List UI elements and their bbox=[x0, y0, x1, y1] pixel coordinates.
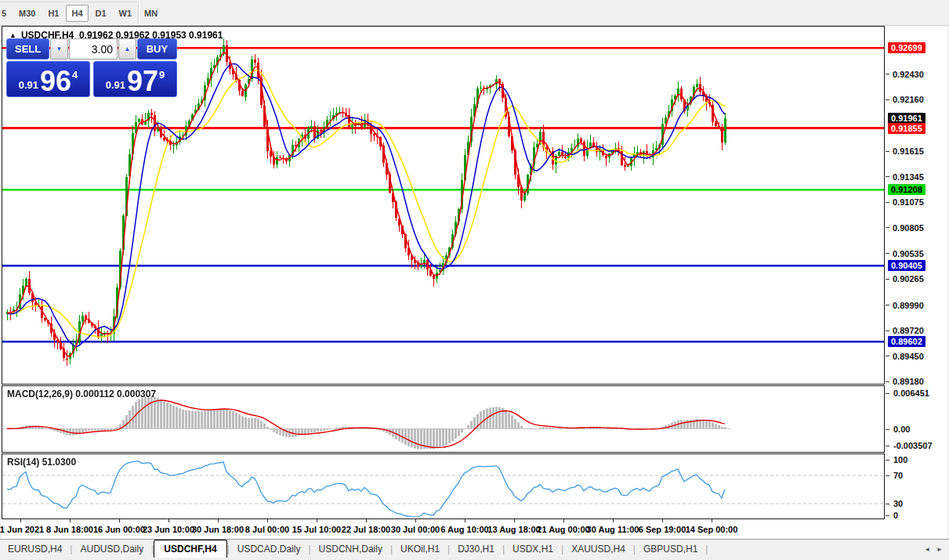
price-tick-label: 0.92160 bbox=[893, 95, 924, 104]
price-tick-mark bbox=[886, 99, 889, 100]
time-tick-label: 21 Aug 00:00 bbox=[537, 525, 589, 534]
tab-separator: | bbox=[705, 544, 708, 558]
time-tick-mark bbox=[563, 519, 564, 522]
price-tick-label: 0.91345 bbox=[893, 172, 924, 182]
indicator-tick-mark bbox=[886, 429, 889, 430]
price-scale-tick: 0.89990 bbox=[886, 300, 924, 310]
timeframe-toolbar: 5M30H1H4D1W1MN bbox=[0, 0, 949, 26]
price-tick-mark bbox=[886, 202, 889, 203]
indicator-tick-mark bbox=[886, 515, 889, 516]
price-tick-mark bbox=[886, 227, 889, 228]
sell-button[interactable]: SELL bbox=[6, 38, 49, 60]
buy-price-main: 97 bbox=[127, 70, 158, 93]
price-tick-label: 0.89180 bbox=[893, 377, 924, 386]
rsi-canvas[interactable] bbox=[2, 454, 884, 517]
price-tick-mark bbox=[886, 253, 889, 254]
chart-tab-eurusd[interactable]: EURUSD,H4 bbox=[0, 540, 70, 558]
sell-price-display[interactable]: 0.91964 bbox=[6, 61, 90, 97]
rsi-scale-label: 30 bbox=[893, 499, 903, 508]
timeframe-button-m30[interactable]: M30 bbox=[13, 5, 41, 22]
price-tick-label: 0.90265 bbox=[893, 274, 924, 284]
volume-increase-button[interactable]: ▲ bbox=[118, 38, 136, 60]
buy-price-display[interactable]: 0.91979 bbox=[93, 61, 177, 97]
chart-window: ▲USDCHF,H4 0.91962 0.91962 0.91953 0.919… bbox=[2, 26, 947, 539]
time-tick-label: 1 Jun 2021 bbox=[0, 525, 44, 534]
time-tick-label: 15 Jul 10:00 bbox=[292, 525, 341, 534]
volume-input[interactable]: 3.00 bbox=[69, 38, 118, 60]
indicator-tick-mark bbox=[886, 446, 889, 446]
time-tick-mark bbox=[712, 519, 712, 522]
price-tick-mark bbox=[886, 305, 889, 305]
price-scale-tick: 0.90805 bbox=[886, 222, 924, 233]
macd-label: MACD(12,26,9) 0.000112 0.000307 bbox=[7, 388, 156, 399]
price-scale-tick: 0.92430 bbox=[886, 69, 924, 79]
price-level-badge: 0.90405 bbox=[888, 260, 925, 271]
price-tick-label: 0.89450 bbox=[893, 352, 924, 361]
price-tick-label: 0.92430 bbox=[893, 70, 924, 79]
time-tick-mark bbox=[415, 519, 416, 522]
time-tick-mark bbox=[613, 519, 614, 522]
price-scale-tick: 0.89180 bbox=[886, 377, 924, 387]
chart-tab-usdx[interactable]: USDX,H1 bbox=[505, 540, 561, 558]
rsi-label: RSI(14) 51.0300 bbox=[7, 457, 76, 468]
price-level-badge: 0.91961 bbox=[888, 113, 925, 124]
time-tick-mark bbox=[70, 519, 71, 522]
time-tick-label: 22 Jul 18:00 bbox=[342, 525, 390, 534]
time-tick-label: 30 Aug 11:00 bbox=[587, 525, 639, 534]
time-tick-label: 8 Jun 18:00 bbox=[46, 525, 93, 534]
sell-price-prefix: 0.91 bbox=[19, 79, 38, 91]
price-tick-label: 0.90535 bbox=[893, 249, 924, 258]
chart-tab-dj30[interactable]: DJ30,H1 bbox=[450, 540, 502, 558]
price-tick-label: 0.89990 bbox=[893, 301, 924, 310]
price-level-badge: 0.92699 bbox=[888, 42, 925, 53]
indicator-tick-mark bbox=[886, 504, 889, 504]
chart-tab-audusd[interactable]: AUDUSD,Daily bbox=[72, 540, 151, 558]
time-tick-label: 6 Sep 19:00 bbox=[639, 525, 686, 534]
timeframe-button-mn[interactable]: MN bbox=[139, 5, 163, 22]
time-tick-label: 8 Jul 00:00 bbox=[245, 525, 289, 534]
price-tick-mark bbox=[886, 381, 889, 382]
volume-decrease-button[interactable]: ▼ bbox=[50, 38, 68, 60]
price-tick-label: 0.90805 bbox=[893, 223, 924, 233]
chart-tab-usdchf[interactable]: USDCHF,H4 bbox=[154, 540, 226, 559]
timeframe-button-5[interactable]: 5 bbox=[0, 5, 12, 22]
price-tick-label: 0.89720 bbox=[893, 326, 924, 335]
price-scale-tick: 0.90535 bbox=[886, 248, 924, 258]
time-tick-label: 30 Jul 00:00 bbox=[391, 525, 440, 534]
price-scale-tick: 0.89720 bbox=[886, 326, 924, 336]
tabs-scroll-right-icon[interactable]: ► bbox=[936, 546, 943, 553]
chart-tab-gbpusd[interactable]: GBPUSD,H1 bbox=[636, 540, 705, 558]
rsi-scale-label: 70 bbox=[893, 471, 903, 480]
buy-button[interactable]: BUY bbox=[137, 38, 177, 60]
price-tick-mark bbox=[886, 176, 889, 177]
chart-tab-ukoil[interactable]: UKOil,H1 bbox=[393, 540, 447, 558]
time-tick-label: 30 Jun 18:00 bbox=[192, 525, 244, 534]
macd-indicator-panel: MACD(12,26,9) 0.000112 0.000307 bbox=[2, 385, 885, 453]
tabs-scroll-left-icon[interactable]: ◄ bbox=[924, 546, 930, 553]
timeframe-button-w1[interactable]: W1 bbox=[114, 5, 138, 22]
timeframe-button-h4[interactable]: H4 bbox=[66, 5, 88, 22]
one-click-trade-panel: SELL ▼ 3.00 ▲ BUY 0.91964 0.91979 bbox=[6, 38, 177, 97]
time-tick-mark bbox=[317, 519, 317, 522]
price-scale-tick: 0.90265 bbox=[886, 274, 924, 284]
chart-tab-usdcnh[interactable]: USDCNH,Daily bbox=[311, 540, 390, 558]
time-tick-mark bbox=[366, 519, 367, 522]
chart-tab-usdcad[interactable]: USDCAD,Daily bbox=[230, 540, 309, 558]
time-tick-label: 13 Aug 18:00 bbox=[487, 525, 540, 534]
timeframe-button-d1[interactable]: D1 bbox=[90, 5, 112, 22]
toolbar-divider bbox=[0, 2, 138, 2]
time-axis: 1 Jun 20218 Jun 18:0016 Jun 00:0023 Jun … bbox=[2, 519, 886, 539]
buy-price-prefix: 0.91 bbox=[106, 79, 125, 91]
price-tick-mark bbox=[886, 331, 889, 331]
time-tick-mark bbox=[218, 519, 219, 522]
price-scale-tick: 0.92160 bbox=[886, 95, 924, 105]
time-tick-mark bbox=[119, 519, 120, 522]
main-chart-panel: ▲USDCHF,H4 0.91962 0.91962 0.91953 0.919… bbox=[2, 26, 885, 385]
chart-tab-xauusd[interactable]: XAUUSD,H4 bbox=[563, 540, 633, 558]
chart-tab-bar: EURUSD,H4|AUDUSD,Daily|USDCHF,H4|USDCAD,… bbox=[0, 539, 949, 558]
time-tick-mark bbox=[662, 519, 663, 522]
price-level-badge: 0.91208 bbox=[888, 184, 925, 195]
timeframe-button-h1[interactable]: H1 bbox=[42, 5, 64, 22]
macd-scale-label: 0.006451 bbox=[893, 388, 929, 398]
price-scale-tick: 0.91615 bbox=[886, 146, 924, 157]
